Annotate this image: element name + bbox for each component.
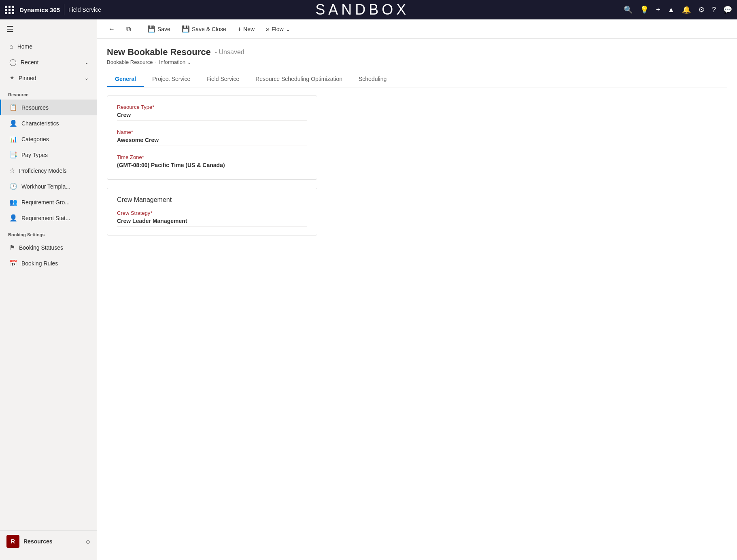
sidebar-item-characteristics-label: Characteristics	[21, 120, 59, 127]
save-icon: 💾	[147, 25, 155, 33]
form-header: New Bookable Resource - Unsaved Bookable…	[107, 47, 727, 65]
bell-icon[interactable]: 🔔	[682, 5, 691, 14]
sidebar: ☰ ⌂ Home ◯ Recent ⌄ ✦ Pinned ⌄ Resource …	[0, 19, 97, 560]
sidebar-item-home[interactable]: ⌂ Home	[0, 39, 97, 54]
resource-type-field: Resource Type Crew	[117, 104, 307, 121]
sidebar-item-pay-types[interactable]: 📑 Pay Types	[0, 147, 97, 163]
timezone-field: Time Zone (GMT-08:00) Pacific Time (US &…	[117, 154, 307, 171]
sidebar-item-resources[interactable]: 📋 Resources	[0, 100, 97, 115]
save-close-button[interactable]: 💾 Save & Close	[177, 23, 231, 35]
main-layout: ☰ ⌂ Home ◯ Recent ⌄ ✦ Pinned ⌄ Resource …	[0, 19, 737, 560]
sidebar-item-pinned-label: Pinned	[19, 75, 36, 81]
proficiency-icon: ☆	[9, 167, 15, 174]
booking-section-label: Booking Settings	[0, 226, 97, 240]
waffle-icon[interactable]	[5, 6, 15, 14]
crew-management-title: Crew Management	[117, 196, 307, 204]
sidebar-item-pinned[interactable]: ✦ Pinned ⌄	[0, 70, 97, 86]
resource-type-value[interactable]: Crew	[117, 112, 307, 121]
tab-resource-scheduling[interactable]: Resource Scheduling Optimization	[247, 72, 350, 87]
tab-project-service[interactable]: Project Service	[144, 72, 198, 87]
sidebar-item-requirement-statuses[interactable]: 👤 Requirement Stat...	[0, 210, 97, 226]
save-close-label: Save & Close	[192, 26, 226, 32]
popout-button[interactable]: ⧉	[121, 23, 136, 35]
popout-icon: ⧉	[126, 25, 131, 33]
form-title-bar: New Bookable Resource - Unsaved	[107, 47, 727, 57]
app-name[interactable]: Field Service	[68, 6, 101, 13]
add-icon[interactable]: +	[656, 6, 661, 14]
workhour-icon: 🕐	[9, 182, 17, 190]
crew-management-section: Crew Management Crew Strategy Crew Leade…	[107, 188, 317, 235]
brand-name[interactable]: Dynamics 365	[19, 6, 60, 13]
name-field: Name Awesome Crew	[117, 129, 307, 146]
save-close-icon: 💾	[182, 25, 190, 33]
sidebar-item-categories[interactable]: 📊 Categories	[0, 131, 97, 147]
breadcrumb-entity: Bookable Resource	[107, 59, 153, 65]
sidebar-item-booking-rules[interactable]: 📅 Booking Rules	[0, 255, 97, 271]
sidebar-item-workhour-templates[interactable]: 🕐 Workhour Templa...	[0, 178, 97, 194]
sidebar-item-requirement-groups[interactable]: 👥 Requirement Gro...	[0, 194, 97, 210]
chat-icon[interactable]: 💬	[723, 5, 732, 14]
tab-scheduling[interactable]: Scheduling	[350, 72, 395, 87]
hamburger-menu[interactable]: ☰	[6, 25, 14, 34]
sidebar-item-booking-statuses-label: Booking Statuses	[19, 244, 63, 251]
unsaved-badge: - Unsaved	[215, 49, 244, 56]
form-tabs: General Project Service Field Service Re…	[107, 72, 727, 87]
flow-label: Flow	[272, 26, 284, 32]
top-navigation: Dynamics 365 Field Service SANDBOX 🔍 💡 +…	[0, 0, 737, 19]
breadcrumb-separator: ·	[155, 59, 157, 65]
booking-rules-icon: 📅	[9, 259, 17, 267]
resource-type-label: Resource Type	[117, 104, 307, 110]
crew-strategy-label: Crew Strategy	[117, 210, 307, 216]
nav-icons: 🔍 💡 + ▲ 🔔 ⚙ ? 💬	[624, 5, 732, 14]
name-value[interactable]: Awesome Crew	[117, 137, 307, 146]
breadcrumb-chevron-icon: ⌄	[187, 59, 191, 65]
crew-strategy-value[interactable]: Crew Leader Management	[117, 218, 307, 227]
chevron-down-icon: ⌄	[85, 59, 89, 65]
tab-general[interactable]: General	[107, 72, 144, 87]
sidebar-bottom[interactable]: R Resources ◇	[0, 530, 97, 552]
resources-icon: 📋	[9, 104, 17, 111]
flow-button[interactable]: » Flow ⌄	[261, 23, 295, 35]
timezone-value[interactable]: (GMT-08:00) Pacific Time (US & Canada)	[117, 162, 307, 171]
back-button[interactable]: ←	[104, 23, 120, 35]
recent-icon: ◯	[9, 58, 17, 66]
sidebar-item-proficiency-label: Proficiency Models	[19, 168, 67, 174]
bulb-icon[interactable]: 💡	[640, 5, 649, 14]
pay-types-icon: 📑	[9, 151, 17, 159]
help-icon[interactable]: ?	[712, 6, 716, 14]
sidebar-item-booking-rules-label: Booking Rules	[21, 260, 58, 267]
chevron-down-icon-2: ⌄	[85, 75, 89, 81]
filter-icon[interactable]: ▲	[667, 6, 675, 14]
breadcrumb-view[interactable]: Information ⌄	[159, 59, 191, 65]
booking-status-icon: ⚑	[9, 244, 15, 251]
content-area: ← ⧉ 💾 Save 💾 Save & Close + New » Flow ⌄	[97, 19, 737, 560]
breadcrumb: Bookable Resource · Information ⌄	[107, 59, 727, 65]
sidebar-item-home-label: Home	[17, 43, 32, 50]
breadcrumb-view-label: Information	[159, 59, 185, 65]
form-area: New Bookable Resource - Unsaved Bookable…	[97, 39, 737, 560]
sidebar-bottom-label: Resources	[23, 538, 53, 545]
search-icon[interactable]: 🔍	[624, 5, 633, 14]
sidebar-top: ☰	[0, 19, 97, 39]
toolbar: ← ⧉ 💾 Save 💾 Save & Close + New » Flow ⌄	[97, 19, 737, 39]
back-icon: ←	[108, 25, 115, 33]
gear-icon[interactable]: ⚙	[698, 5, 705, 14]
save-label: Save	[157, 26, 170, 32]
flow-icon: »	[266, 25, 270, 33]
form-title-text: New Bookable Resource	[107, 47, 211, 57]
sidebar-item-recent-label: Recent	[21, 59, 38, 66]
sidebar-item-recent[interactable]: ◯ Recent ⌄	[0, 54, 97, 70]
new-button[interactable]: + New	[233, 23, 259, 35]
sidebar-item-characteristics[interactable]: 👤 Characteristics	[0, 115, 97, 131]
sidebar-item-req-status-label: Requirement Stat...	[21, 215, 70, 221]
flow-chevron-icon: ⌄	[286, 26, 291, 32]
tab-field-service[interactable]: Field Service	[198, 72, 247, 87]
save-button[interactable]: 💾 Save	[142, 23, 175, 35]
sidebar-item-booking-statuses[interactable]: ⚑ Booking Statuses	[0, 240, 97, 255]
toolbar-divider-1	[139, 24, 139, 34]
sidebar-item-req-groups-label: Requirement Gro...	[21, 199, 70, 206]
crew-strategy-field: Crew Strategy Crew Leader Management	[117, 210, 307, 227]
sidebar-item-workhour-label: Workhour Templa...	[21, 183, 70, 190]
general-section: Resource Type Crew Name Awesome Crew Tim…	[107, 95, 317, 180]
sidebar-item-proficiency-models[interactable]: ☆ Proficiency Models	[0, 163, 97, 178]
